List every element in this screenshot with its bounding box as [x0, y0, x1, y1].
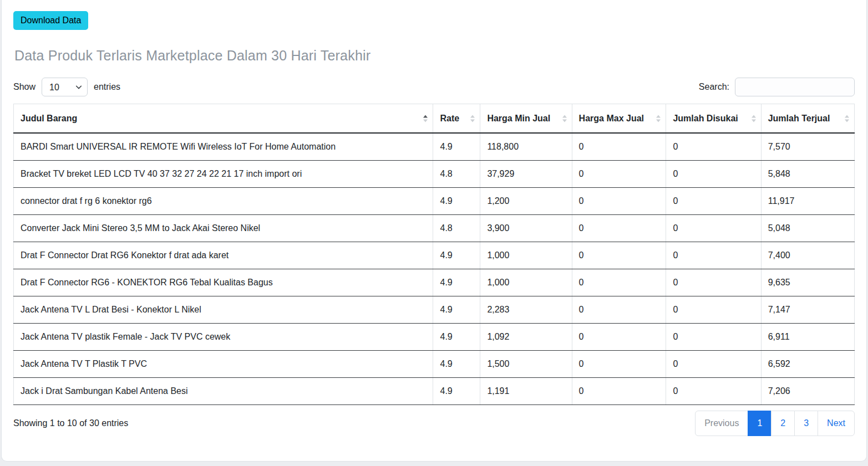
table-row: Drat F Connector Drat RG6 Konektor f dra…	[14, 242, 855, 269]
table-row: Jack Antena TV plastik Female - Jack TV …	[14, 324, 855, 351]
cell-judul: Jack Antena TV plastik Female - Jack TV …	[14, 324, 433, 351]
cell-rate: 4.9	[433, 269, 480, 296]
column-header[interactable]: Harga Max Jual	[572, 104, 666, 134]
cell-terjual: 5,848	[761, 161, 854, 188]
sort-arrows-icon	[423, 115, 428, 122]
table-row: Bracket TV breket LED LCD TV 40 37 32 27…	[14, 161, 855, 188]
column-header[interactable]: Judul Barang	[14, 104, 433, 134]
cell-rate: 4.9	[433, 324, 480, 351]
table-row: BARDI Smart UNIVERSAL IR REMOTE Wifi Wir…	[14, 133, 855, 161]
pagination-page-2[interactable]: 2	[771, 411, 795, 436]
cell-harga_min: 1,000	[480, 269, 572, 296]
cell-harga_min: 2,283	[480, 296, 572, 324]
cell-rate: 4.8	[433, 215, 480, 242]
table-row: Jack i Drat Sambungan Kabel Antena Besi4…	[14, 378, 855, 405]
cell-judul: Jack i Drat Sambungan Kabel Antena Besi	[14, 378, 433, 405]
cell-harga_max: 0	[572, 269, 666, 296]
page-title: Data Produk Terlaris Marketplace Dalam 3…	[14, 48, 855, 64]
cell-rate: 4.9	[433, 351, 480, 378]
cell-harga_max: 0	[572, 351, 666, 378]
sort-arrows-icon	[752, 115, 756, 122]
cell-terjual: 7,147	[761, 296, 854, 324]
cell-disukai: 0	[666, 188, 761, 215]
length-control: Show 10 entries	[13, 78, 120, 96]
cell-terjual: 7,400	[761, 242, 854, 269]
cell-rate: 4.9	[433, 188, 480, 215]
cell-harga_max: 0	[572, 161, 666, 188]
table-header: Judul BarangRateHarga Min JualHarga Max …	[14, 104, 855, 134]
search-label: Search:	[699, 82, 729, 92]
pagination-page-3[interactable]: 3	[794, 411, 818, 436]
cell-judul: Converter Jack Mini Stereo 3,5 MM to Jac…	[14, 215, 433, 242]
pagination-next[interactable]: Next	[818, 411, 855, 436]
show-label: Show	[13, 82, 35, 92]
table-footer: Showing 1 to 10 of 30 entries Previous 1…	[13, 411, 855, 436]
pagination-page-label: 1	[748, 411, 771, 436]
cell-terjual: 5,048	[761, 215, 854, 242]
pagination-page-label: 3	[794, 411, 818, 436]
cell-harga_max: 0	[572, 296, 666, 324]
cell-rate: 4.9	[433, 133, 480, 161]
cell-terjual: 9,635	[761, 269, 854, 296]
cell-harga_min: 1,200	[480, 188, 572, 215]
cell-rate: 4.9	[433, 296, 480, 324]
column-header-label: Jumlah Disukai	[673, 114, 738, 123]
pagination-next-label: Next	[818, 411, 855, 436]
sort-arrows-icon	[656, 115, 661, 122]
cell-disukai: 0	[666, 378, 761, 405]
cell-harga_max: 0	[572, 242, 666, 269]
cell-disukai: 0	[666, 269, 761, 296]
cell-terjual: 11,917	[761, 188, 854, 215]
pagination-page-label: 2	[771, 411, 795, 436]
pagination-previous[interactable]: Previous	[695, 411, 748, 436]
pagination-page-1[interactable]: 1	[748, 411, 771, 436]
cell-harga_min: 1,000	[480, 242, 572, 269]
cell-disukai: 0	[666, 242, 761, 269]
cell-disukai: 0	[666, 215, 761, 242]
column-header[interactable]: Jumlah Terjual	[761, 104, 854, 134]
column-header-label: Judul Barang	[21, 114, 77, 123]
entries-label: entries	[94, 82, 120, 92]
search-input[interactable]	[735, 78, 855, 96]
entries-select[interactable]: 10	[42, 78, 88, 96]
column-header[interactable]: Jumlah Disukai	[666, 104, 761, 134]
search-control: Search:	[699, 78, 855, 96]
cell-disukai: 0	[666, 296, 761, 324]
cell-terjual: 6,592	[761, 351, 854, 378]
cell-judul: Jack Antena TV L Drat Besi - Konektor L …	[14, 296, 433, 324]
table-row: connector drat f rg 6 konektor rg64.91,2…	[14, 188, 855, 215]
cell-harga_max: 0	[572, 378, 666, 405]
cell-harga_max: 0	[572, 215, 666, 242]
cell-harga_max: 0	[572, 133, 666, 161]
content-card: Download Data Data Produk Terlaris Marke…	[1, 0, 867, 462]
column-header[interactable]: Harga Min Jual	[480, 104, 572, 134]
cell-rate: 4.9	[433, 378, 480, 405]
pagination-previous-label: Previous	[695, 411, 748, 436]
cell-rate: 4.8	[433, 161, 480, 188]
column-header[interactable]: Rate	[433, 104, 480, 134]
cell-harga_min: 118,800	[480, 133, 572, 161]
cell-harga_min: 37,929	[480, 161, 572, 188]
cell-terjual: 7,206	[761, 378, 854, 405]
cell-harga_max: 0	[572, 324, 666, 351]
cell-harga_min: 1,092	[480, 324, 572, 351]
cell-harga_min: 1,191	[480, 378, 572, 405]
cell-disukai: 0	[666, 133, 761, 161]
sort-arrows-icon	[845, 115, 849, 122]
cell-disukai: 0	[666, 351, 761, 378]
column-header-label: Harga Max Jual	[579, 114, 644, 123]
download-data-button[interactable]: Download Data	[13, 11, 88, 30]
cell-terjual: 7,570	[761, 133, 854, 161]
cell-rate: 4.9	[433, 242, 480, 269]
products-table: Judul BarangRateHarga Min JualHarga Max …	[13, 104, 855, 405]
cell-judul: BARDI Smart UNIVERSAL IR REMOTE Wifi Wir…	[14, 133, 433, 161]
column-header-label: Rate	[440, 114, 459, 123]
cell-harga_min: 3,900	[480, 215, 572, 242]
pagination: Previous 123 Next	[696, 411, 855, 436]
sort-arrows-icon	[562, 115, 567, 122]
sort-arrows-icon	[470, 115, 475, 122]
table-row: Jack Antena TV T Plastik T PVC4.91,50000…	[14, 351, 855, 378]
cell-judul: connector drat f rg 6 konektor rg6	[14, 188, 433, 215]
cell-harga_max: 0	[572, 188, 666, 215]
table-row: Jack Antena TV L Drat Besi - Konektor L …	[14, 296, 855, 324]
